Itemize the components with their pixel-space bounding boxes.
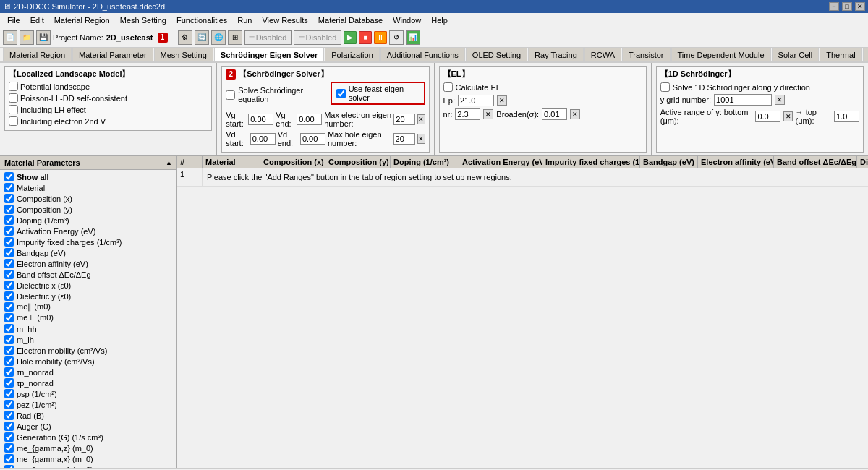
ep-input[interactable] — [458, 95, 494, 106]
tab-material-region[interactable]: Material Region — [3, 48, 72, 61]
param-me-perp[interactable]: me⊥ (m0) — [3, 312, 174, 323]
menu-functionalities[interactable]: Functionalities — [172, 14, 231, 26]
param-composition-y[interactable]: Composition (y) — [3, 204, 174, 215]
param-composition-x[interactable]: Composition (x) — [3, 193, 174, 204]
menu-material-region[interactable]: Material Region — [50, 14, 114, 26]
param-tp-nonrad[interactable]: τp_nonrad — [3, 377, 174, 388]
tab-polarization[interactable]: Polarization — [325, 48, 379, 61]
param-activation-energy[interactable]: Activation Energy (eV) — [3, 226, 174, 236]
broaden-label: Broaden(σ): — [496, 110, 539, 119]
bottom-val-input[interactable] — [755, 111, 780, 122]
elec-2nd-cb[interactable] — [9, 116, 18, 126]
menu-help[interactable]: Help — [427, 14, 452, 26]
vg-end-input[interactable] — [297, 114, 322, 125]
param-me-gamma-x[interactable]: me_{gamma,x} (m_0) — [3, 453, 174, 464]
max-hole-input[interactable] — [393, 133, 415, 145]
maximize-button[interactable]: □ — [842, 2, 852, 11]
param-impurity-charges[interactable]: Impurity fixed charges (1/cm³) — [3, 236, 174, 247]
broaden-input[interactable] — [542, 108, 567, 120]
param-rad[interactable]: Rad (B) — [3, 410, 174, 421]
poisson-cb[interactable] — [9, 93, 18, 103]
menu-file[interactable]: File — [3, 14, 25, 26]
param-doping[interactable]: Doping (1/cm³) — [3, 215, 174, 226]
stop-button[interactable]: ■ — [359, 31, 372, 44]
save-file-icon[interactable]: 💾 — [36, 30, 51, 45]
settings-icon[interactable]: ⚙ — [178, 30, 192, 45]
tab-rcwa[interactable]: RCWA — [584, 48, 621, 61]
vd-start-input[interactable] — [250, 133, 276, 145]
potential-landscape-cb[interactable] — [9, 82, 18, 91]
open-file-icon[interactable]: 📁 — [20, 30, 34, 45]
vg-clear-btn[interactable]: ✕ — [417, 114, 425, 124]
play-button[interactable]: ▶ — [344, 31, 357, 44]
y-grid-clear-btn[interactable]: ✕ — [775, 95, 785, 105]
globe-icon[interactable]: 🌐 — [211, 30, 226, 45]
menu-edit[interactable]: Edit — [26, 14, 48, 26]
param-m-hh[interactable]: m_hh — [3, 323, 174, 334]
param-tn-nonrad[interactable]: τn_nonrad — [3, 367, 174, 377]
refresh-icon[interactable]: 🔄 — [195, 30, 209, 45]
minimize-button[interactable]: − — [829, 2, 839, 11]
th-bandgap: Bandgap (eV) — [640, 156, 698, 168]
chart-icon[interactable]: 📊 — [406, 30, 420, 45]
material-params-list[interactable]: Show all Material Composition (x) Compos… — [0, 170, 176, 468]
param-band-offset[interactable]: Band offset ΔEc/ΔEg — [3, 269, 174, 280]
disabled-btn-1[interactable]: ═ Disabled — [244, 30, 292, 45]
param-dielectric-y[interactable]: Dielectric y (ε0) — [3, 291, 174, 302]
grid-icon[interactable]: ⊞ — [228, 30, 242, 45]
menu-mesh-setting[interactable]: Mesh Setting — [116, 14, 171, 26]
param-me-gamma-y[interactable]: me_{gamma,y} (m_0) — [3, 464, 174, 468]
refresh2-icon[interactable]: ↺ — [389, 30, 404, 45]
new-file-icon[interactable]: 📄 — [3, 30, 17, 45]
param-me-parallel[interactable]: me∥ (m0) — [3, 302, 174, 312]
solve-schrodinger-cb[interactable] — [226, 90, 235, 100]
vd-end-input[interactable] — [300, 133, 326, 145]
param-material[interactable]: Material — [3, 182, 174, 193]
tab-schrodinger-eigen-solver[interactable]: Schrödinger Eigen Solver — [214, 48, 324, 63]
pause-button[interactable]: ⏸ — [374, 31, 387, 44]
tab-material-parameter[interactable]: Material Parameter — [72, 48, 153, 61]
vg-start-input[interactable] — [248, 114, 273, 125]
param-me-gamma-z[interactable]: me_{gamma,z} (m_0) — [3, 443, 174, 453]
tab-thermal[interactable]: Thermal — [820, 48, 861, 61]
param-electron-affinity[interactable]: Electron affinity (eV) — [3, 258, 174, 269]
top-val-input[interactable] — [834, 111, 859, 122]
nr-input[interactable] — [455, 108, 480, 120]
show-all-cb[interactable] — [4, 172, 14, 181]
param-generation[interactable]: Generation (G) (1/s cm³) — [3, 432, 174, 443]
solve-1d-cb[interactable] — [660, 82, 670, 92]
param-pez[interactable]: pez (1/cm²) — [3, 399, 174, 410]
tab-time-dependent[interactable]: Time Dependent Module — [671, 48, 771, 61]
param-dielectric-x[interactable]: Dielectric x (ε0) — [3, 280, 174, 291]
tab-additional-functions[interactable]: Additional Functions — [380, 48, 465, 61]
bottom-clear-btn[interactable]: ✕ — [783, 111, 792, 121]
y-grid-input[interactable] — [714, 94, 772, 106]
param-bandgap[interactable]: Bandgap (eV) — [3, 247, 174, 258]
use-feast-cb[interactable] — [336, 89, 346, 98]
param-psp[interactable]: psp (1/cm²) — [3, 388, 174, 399]
nr-clear-btn[interactable]: ✕ — [483, 109, 493, 119]
disabled-btn-2[interactable]: ═ Disabled — [294, 30, 341, 45]
param-elec-mobility[interactable]: Electron mobility (cm²/Vs) — [3, 345, 174, 356]
menu-material-database[interactable]: Material Database — [314, 14, 387, 26]
tab-material-database[interactable]: Material Database — [863, 48, 868, 61]
max-elec-input[interactable] — [393, 114, 415, 125]
param-auger[interactable]: Auger (C) — [3, 421, 174, 432]
lh-effect-cb[interactable] — [9, 105, 18, 114]
tab-mesh-setting[interactable]: Mesh Setting — [154, 48, 213, 61]
tab-transistor[interactable]: Transistor — [622, 48, 671, 61]
tab-oled-setting[interactable]: OLED Setting — [466, 48, 527, 61]
param-hole-mobility[interactable]: Hole mobility (cm²/Vs) — [3, 356, 174, 367]
menu-window[interactable]: Window — [388, 14, 425, 26]
tab-ray-tracing[interactable]: Ray Tracing — [528, 48, 584, 61]
close-button[interactable]: ✕ — [855, 2, 865, 11]
show-all-item[interactable]: Show all — [3, 171, 174, 182]
ep-clear-btn[interactable]: ✕ — [497, 95, 507, 106]
calc-el-cb[interactable] — [443, 82, 453, 92]
broaden-clear-btn[interactable]: ✕ — [570, 109, 580, 119]
param-m-lh[interactable]: m_lh — [3, 334, 174, 345]
vd-clear-btn[interactable]: ✕ — [417, 134, 425, 144]
tab-solar-cell[interactable]: Solar Cell — [772, 48, 820, 61]
menu-run[interactable]: Run — [233, 14, 256, 26]
menu-view-results[interactable]: View Results — [258, 14, 312, 26]
